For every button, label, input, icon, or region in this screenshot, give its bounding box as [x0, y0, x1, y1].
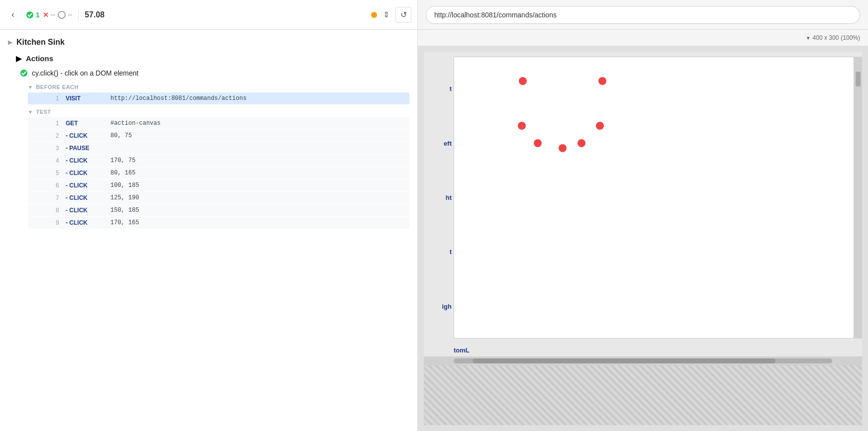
- cmd-name-8: - CLICK: [66, 207, 110, 214]
- label-eft: eft: [444, 140, 452, 147]
- test-name: cy.click() - click on a DOM element: [32, 69, 138, 77]
- dot-5: [534, 139, 542, 147]
- label-ht: ht: [446, 194, 452, 201]
- cmd-row-5[interactable]: 5 - CLICK 80, 165: [28, 167, 409, 179]
- cmd-val-4: 170, 75: [110, 157, 135, 164]
- cmd-name-1: GET: [66, 120, 110, 127]
- reload-button[interactable]: ↺: [395, 7, 411, 23]
- triangle-icon: ▶: [8, 39, 12, 46]
- before-each-text: BEFORE EACH: [36, 84, 79, 90]
- timer-display: 57.08: [85, 10, 104, 19]
- cmd-val-1: #action-canvas: [110, 120, 161, 127]
- dot-7: [578, 139, 585, 147]
- cmd-val-9: 170, 165: [110, 219, 139, 226]
- cmd-row-2[interactable]: 2 - CLICK 80, 75: [28, 130, 409, 142]
- cmd-num: 1: [56, 95, 66, 102]
- hatched-area: [424, 365, 862, 425]
- back-button[interactable]: ‹: [6, 8, 20, 22]
- cmd-num-5: 5: [56, 170, 66, 176]
- cmd-num-8: 8: [56, 207, 66, 214]
- before-triangle: ▼: [28, 85, 33, 90]
- test-triangle: ▼: [28, 109, 33, 115]
- actions-suite[interactable]: ▶ Actions: [0, 51, 417, 66]
- cmd-num-2: 2: [56, 132, 66, 139]
- cmd-num-1: 1: [56, 120, 66, 127]
- cmd-name-3: - PAUSE: [66, 145, 110, 152]
- status-dot: [371, 12, 377, 18]
- cmd-row-8[interactable]: 8 - CLICK 150, 185: [28, 204, 409, 216]
- browser-viewport: t eft ht t igh: [418, 46, 868, 431]
- cmd-name-5: - CLICK: [66, 170, 110, 176]
- cmd-name-6: - CLICK: [66, 182, 110, 189]
- cmd-val-5: 80, 165: [110, 170, 135, 176]
- cmd-row-4[interactable]: 4 - CLICK 170, 75: [28, 155, 409, 167]
- canvas-area: [454, 57, 854, 339]
- cmd-row-9[interactable]: 9 - CLICK 170, 165: [28, 217, 409, 229]
- bottom-label-area: tomL: [424, 344, 862, 356]
- pass-indicator: 1: [26, 11, 40, 19]
- test-label: ▼ TEST: [0, 105, 417, 117]
- before-each-label: ▼ BEFORE EACH: [0, 80, 417, 92]
- dot-6: [559, 144, 567, 152]
- top-bar: ‹ 1 ✕ -- -- 57.08: [0, 0, 417, 30]
- test-label-text: TEST: [36, 109, 51, 115]
- test-check-icon: [20, 69, 28, 77]
- scroll-icon: ⇕: [383, 10, 389, 19]
- viewport-size: 400 x 300: [813, 34, 839, 41]
- vertical-scrollbar[interactable]: [854, 57, 862, 339]
- test-item[interactable]: cy.click() - click on a DOM element: [0, 66, 417, 80]
- fail-indicator: ✕ --: [43, 11, 55, 19]
- label-t2: t: [450, 248, 452, 256]
- status-group: 1 ✕ -- --: [26, 11, 72, 19]
- cmd-name-7: - CLICK: [66, 194, 110, 201]
- pending-indicator: --: [58, 11, 72, 19]
- url-input[interactable]: [426, 6, 860, 24]
- cmd-value: http://localhost:8081/commands/actions: [110, 95, 247, 102]
- cmd-row-1[interactable]: 1 GET #action-canvas: [28, 117, 409, 129]
- test-runner-panel: ‹ 1 ✕ -- -- 57.08: [0, 0, 418, 431]
- cmd-num-4: 4: [56, 157, 66, 164]
- svg-point-0: [26, 11, 33, 18]
- cmd-val-6: 100, 185: [110, 182, 139, 189]
- cmd-val-8: 150, 185: [110, 207, 139, 214]
- cmd-row-6[interactable]: 6 - CLICK 100, 185: [28, 179, 409, 191]
- kitchen-sink-suite[interactable]: ▶ Kitchen Sink: [0, 34, 417, 51]
- cmd-row-7[interactable]: 7 - CLICK 125, 190: [28, 192, 409, 204]
- cmd-row-3[interactable]: 3 - PAUSE: [28, 142, 409, 154]
- test-content-area: ▶ Kitchen Sink ▶ Actions cy.click() - cl…: [0, 30, 417, 431]
- cmd-name: VISIT: [66, 95, 110, 102]
- cmd-row-before-1[interactable]: 1 VISIT http://localhost:8081/commands/a…: [28, 92, 409, 104]
- cmd-val-2: 80, 75: [110, 132, 132, 139]
- check-icon: [26, 11, 34, 19]
- cmd-num-6: 6: [56, 182, 66, 189]
- viewport-zoom: (100%): [841, 34, 860, 41]
- dot-2: [598, 77, 606, 85]
- dot-1: [519, 77, 527, 85]
- circle-icon: [58, 11, 66, 19]
- label-toml: tomL: [454, 346, 470, 354]
- actions-title: Actions: [26, 54, 53, 63]
- viewport-triangle: ▼: [806, 35, 811, 41]
- fail-dashes: --: [51, 11, 55, 18]
- pass-count: 1: [36, 11, 40, 19]
- svg-point-2: [20, 70, 27, 77]
- cmd-num-9: 9: [56, 219, 66, 226]
- cmd-name-2: - CLICK: [66, 132, 110, 139]
- h-thumb: [473, 358, 775, 363]
- dot-3: [518, 122, 526, 130]
- svg-point-1: [58, 11, 65, 18]
- x-icon: ✕: [43, 11, 49, 19]
- cmd-num-7: 7: [56, 194, 66, 201]
- cmd-name-9: - CLICK: [66, 219, 110, 226]
- horizontal-scrollbar-track[interactable]: [424, 356, 862, 365]
- cmd-num-3: 3: [56, 145, 66, 152]
- suite-title: Kitchen Sink: [16, 38, 65, 47]
- cmd-name-4: - CLICK: [66, 157, 110, 164]
- triangle-sub-icon: ▶: [16, 54, 22, 63]
- viewport-bar: ▼ 400 x 300 (100%): [418, 30, 868, 46]
- pending-dashes: --: [68, 11, 72, 18]
- cmd-val-7: 125, 190: [110, 194, 139, 201]
- dot-4: [596, 122, 604, 130]
- divider: [78, 9, 79, 21]
- url-bar: [418, 0, 868, 30]
